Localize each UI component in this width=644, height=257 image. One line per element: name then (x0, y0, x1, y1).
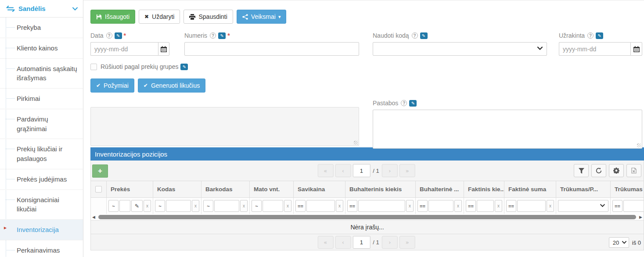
filter-input[interactable] (428, 200, 453, 212)
column-header-faktinis-kiekis[interactable]: Faktinis kie... (464, 181, 504, 198)
add-row-button[interactable]: + (92, 164, 108, 178)
refresh-button[interactable] (591, 164, 606, 177)
filter-input[interactable] (306, 200, 335, 212)
filter-operator[interactable]: ~ (108, 200, 119, 212)
filter-input[interactable] (166, 200, 191, 212)
help-icon[interactable]: ? (587, 32, 594, 39)
actions-dropdown-button[interactable]: Veiksmai ▾ (237, 10, 287, 24)
scrollbar-thumb[interactable] (98, 215, 636, 219)
clear-filter-button[interactable]: x (495, 200, 502, 212)
calendar-button[interactable] (158, 42, 169, 56)
page-size-select[interactable]: 20 (609, 237, 629, 248)
first-page-button[interactable]: « (317, 164, 333, 177)
lookup-pencil-icon[interactable]: ✎ (131, 200, 143, 212)
settings-button[interactable] (609, 164, 624, 177)
column-header-trukumas-p[interactable]: Trūkumas/P... (556, 181, 611, 198)
uzrakinta-date-input[interactable] (559, 42, 630, 56)
clear-filter-button[interactable]: x (192, 200, 199, 212)
data-date-input[interactable] (90, 42, 158, 56)
sidebar-item-pirkimai[interactable]: Pirkimai (0, 89, 83, 109)
edit-field-icon[interactable]: ✎ (409, 100, 417, 107)
sidebar-item-prekyba[interactable]: Prekyba (0, 18, 83, 38)
filter-operator[interactable]: == (466, 200, 476, 212)
help-icon[interactable]: ? (412, 32, 418, 39)
sidebar-header[interactable]: Sandėlis (0, 0, 83, 18)
filter-button[interactable] (574, 164, 589, 177)
close-button[interactable]: ✖ Uždaryti (139, 10, 180, 24)
column-header-savikaina[interactable]: Savikaina (294, 181, 345, 198)
last-page-button[interactable]: » (399, 236, 415, 249)
help-icon[interactable]: ? (210, 32, 216, 39)
help-icon[interactable]: ? (106, 32, 112, 39)
scroll-left-icon[interactable]: ◀ (92, 215, 95, 219)
edit-field-icon[interactable]: ✎ (218, 32, 226, 39)
prev-page-button[interactable]: ‹ (335, 236, 351, 249)
naudoti-koda-select[interactable] (373, 42, 547, 56)
filter-input[interactable] (263, 200, 283, 212)
print-button[interactable]: Spausdinti (183, 10, 233, 24)
clear-filter-button[interactable]: x (454, 200, 462, 212)
select-all-checkbox[interactable] (95, 186, 102, 193)
filter-input[interactable] (119, 200, 130, 212)
sidebar-item-prekiu-likuciai[interactable]: Prekių likučiai ir paslaugos (0, 139, 83, 169)
filter-operator[interactable]: ~ (252, 200, 262, 212)
edit-field-icon[interactable]: ✎ (115, 32, 122, 39)
next-page-button[interactable]: › (382, 236, 398, 249)
edit-field-icon[interactable]: ✎ (180, 64, 188, 70)
filter-operator[interactable]: == (295, 200, 306, 212)
column-header-mato-vnt[interactable]: Mato vnt. (250, 181, 294, 198)
page-number-input[interactable] (353, 164, 370, 177)
column-header-faktine-suma[interactable]: Faktinė suma (504, 181, 556, 198)
first-page-button[interactable]: « (317, 236, 333, 249)
sidebar-item-perkainavimas[interactable]: Perkainavimas (0, 240, 83, 257)
filter-input[interactable] (358, 200, 405, 212)
prev-page-button[interactable]: ‹ (335, 164, 351, 177)
filter-operator[interactable]: == (506, 200, 516, 212)
clear-filter-button[interactable]: x (336, 200, 343, 212)
pozymiai-button[interactable]: ✔ Požymiai (90, 79, 134, 93)
filter-select[interactable] (558, 200, 608, 212)
filter-operator[interactable]: == (612, 200, 622, 212)
pastabos-textarea[interactable] (373, 110, 642, 149)
column-header-buhalterine-suma[interactable]: Buhalterinė ... (416, 181, 464, 198)
filter-input[interactable] (623, 200, 644, 212)
sidebar-item-automatinis-saskaitu-israsymas[interactable]: Automatinis sąskaitų išrašymas (0, 59, 83, 89)
exchange-arrows-icon (6, 6, 15, 12)
sidebar-item-kliento-kainos[interactable]: Kliento kainos (0, 38, 83, 59)
clear-filter-button[interactable]: x (240, 200, 248, 212)
description-textarea[interactable] (90, 107, 359, 146)
sidebar-item-pardavimu-grazinimai[interactable]: Pardavimų grąžinimai (0, 109, 83, 139)
column-header-prekes[interactable]: Prekės (107, 181, 153, 198)
clear-filter-button[interactable]: x (547, 200, 554, 212)
column-header-kodas[interactable]: Kodas (153, 181, 201, 198)
clear-filter-button[interactable]: x (284, 200, 291, 212)
clear-filter-button[interactable]: x (406, 200, 414, 212)
filter-operator[interactable]: == (417, 200, 428, 212)
generuoti-likucius-button[interactable]: ✔ Generuoti likučius (138, 79, 205, 93)
edit-field-icon[interactable]: ✎ (596, 32, 603, 39)
filter-operator[interactable]: == (347, 200, 357, 212)
filter-operator[interactable]: ~ (155, 200, 165, 212)
sidebar-item-prekes-judejimas[interactable]: Prekės judėjimas (0, 169, 83, 190)
save-button[interactable]: Išsaugoti (90, 10, 135, 24)
column-header-barkodas[interactable]: Barkodas (201, 181, 250, 198)
filter-input[interactable] (477, 200, 494, 212)
calendar-button[interactable] (630, 42, 642, 56)
export-excel-button[interactable] (626, 164, 641, 177)
filter-operator[interactable]: ~ (203, 200, 213, 212)
help-icon[interactable]: ? (401, 100, 407, 106)
sort-checkbox[interactable] (90, 64, 97, 70)
numeris-input[interactable] (184, 42, 359, 56)
column-header-trukumas[interactable]: Trūkumas (611, 181, 644, 198)
sidebar-item-inventorizacija[interactable]: ▸ Inventorizacija (0, 220, 83, 240)
last-page-button[interactable]: » (399, 164, 415, 177)
filter-input[interactable] (517, 200, 546, 212)
page-number-input[interactable] (353, 236, 370, 249)
filter-input[interactable] (214, 200, 239, 212)
edit-field-icon[interactable]: ✎ (420, 32, 428, 39)
column-header-buhalterinis-kiekis[interactable]: Buhalterinis kiekis (345, 181, 416, 198)
clear-filter-button[interactable]: x (144, 200, 151, 212)
next-page-button[interactable]: › (382, 164, 398, 177)
scroll-right-icon[interactable]: ▶ (639, 215, 642, 219)
sidebar-item-konsignaciniai-likuciai[interactable]: Konsignaciniai likučiai (0, 190, 83, 220)
